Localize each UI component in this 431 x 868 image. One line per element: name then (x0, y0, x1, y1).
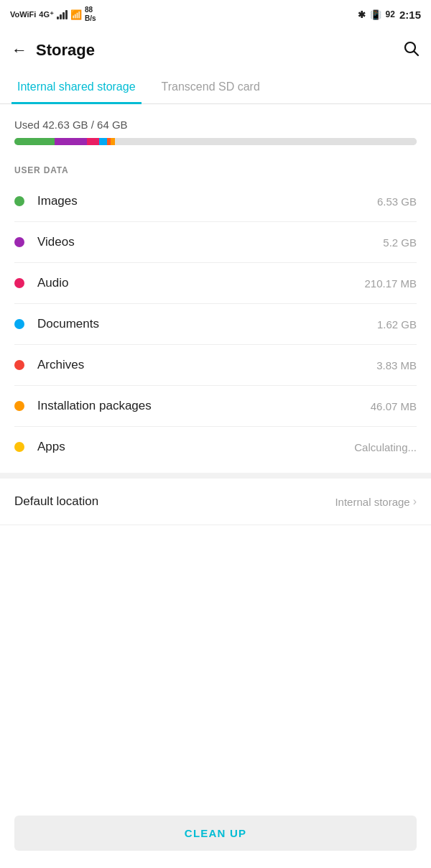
audio-dot (14, 278, 24, 288)
vowifi-label: VoWiFi (10, 10, 36, 19)
archives-value: 3.83 MB (376, 359, 417, 371)
storage-item-images[interactable]: Images 6.53 GB (14, 181, 417, 222)
storage-items-list: Images 6.53 GB Videos 5.2 GB Audio 210.1… (0, 181, 431, 467)
storage-item-documents[interactable]: Documents 1.62 GB (14, 304, 417, 345)
packages-value: 46.07 MB (371, 400, 417, 412)
audio-value: 210.17 MB (364, 277, 417, 290)
bar-empty (115, 138, 417, 145)
storage-item-apps[interactable]: Apps Calculating... (14, 427, 417, 467)
bar1 (57, 17, 59, 19)
page-title: Storage (36, 41, 95, 60)
documents-value: 1.62 GB (377, 318, 417, 331)
bar-audio (87, 138, 99, 145)
storage-bar (14, 138, 417, 145)
archives-dot (14, 360, 24, 370)
time-label: 2:15 (399, 9, 421, 21)
apps-label: Apps (37, 440, 354, 454)
archives-label: Archives (37, 358, 376, 372)
status-bar-right: ✱ 📳 92 2:15 (358, 9, 421, 21)
audio-label: Audio (37, 276, 364, 290)
images-value: 6.53 GB (377, 195, 417, 208)
apps-dot (14, 442, 24, 452)
storage-item-archives[interactable]: Archives 3.83 MB (14, 345, 417, 386)
tabs-container: Internal shared storage Transcend SD car… (0, 72, 431, 104)
videos-label: Videos (37, 235, 383, 249)
bar3 (62, 12, 65, 19)
app-bar-left: ← Storage (11, 41, 95, 60)
tab-sd-card[interactable]: Transcend SD card (156, 72, 266, 103)
bar-videos (55, 138, 87, 145)
storage-item-audio[interactable]: Audio 210.17 MB (14, 263, 417, 304)
storage-item-videos[interactable]: Videos 5.2 GB (14, 222, 417, 263)
network-label: 4G⁺ (39, 10, 54, 19)
documents-label: Documents (37, 317, 377, 331)
packages-label: Installation packages (37, 399, 371, 413)
bar-images (14, 138, 55, 145)
back-button[interactable]: ← (11, 41, 27, 60)
search-button[interactable] (402, 40, 420, 61)
signal-bars (57, 9, 68, 19)
app-bar: ← Storage (0, 29, 431, 72)
videos-dot (14, 237, 24, 247)
user-data-header: USER DATA (0, 152, 431, 181)
wifi-icon: 📶 (70, 9, 82, 20)
images-dot (14, 196, 24, 206)
vibrate-icon: 📳 (370, 9, 381, 20)
tab-internal-storage[interactable]: Internal shared storage (11, 72, 142, 104)
documents-dot (14, 319, 24, 329)
storage-used-text: Used 42.63 GB / 64 GB (14, 119, 417, 131)
bar-documents (99, 138, 107, 145)
default-location-text: Internal storage (335, 496, 409, 508)
bar2 (60, 14, 62, 19)
bluetooth-icon: ✱ (358, 9, 366, 20)
default-location-value: Internal storage › (335, 495, 417, 508)
svg-line-1 (414, 52, 419, 56)
default-location-row[interactable]: Default location Internal storage › (0, 479, 431, 525)
cleanup-button[interactable]: CLEAN UP (14, 816, 417, 851)
packages-dot (14, 401, 24, 411)
speed-label: 88B/s (85, 6, 96, 23)
storage-used-section: Used 42.63 GB / 64 GB (0, 104, 431, 152)
bottom-spacer (0, 525, 431, 583)
status-bar-left: VoWiFi 4G⁺ 📶 88B/s (10, 6, 96, 23)
storage-item-packages[interactable]: Installation packages 46.07 MB (14, 386, 417, 427)
section-divider (0, 473, 431, 479)
bottom-action-area: CLEAN UP (0, 804, 431, 868)
images-label: Images (37, 194, 377, 208)
bar4 (65, 10, 68, 19)
battery-percent: 92 (386, 9, 395, 19)
videos-value: 5.2 GB (383, 236, 417, 249)
default-location-label: Default location (14, 494, 98, 509)
chevron-right-icon: › (413, 495, 417, 508)
status-bar: VoWiFi 4G⁺ 📶 88B/s ✱ 📳 92 2:15 (0, 0, 431, 29)
apps-value: Calculating... (354, 441, 417, 453)
battery-indicator: 92 (386, 9, 395, 19)
